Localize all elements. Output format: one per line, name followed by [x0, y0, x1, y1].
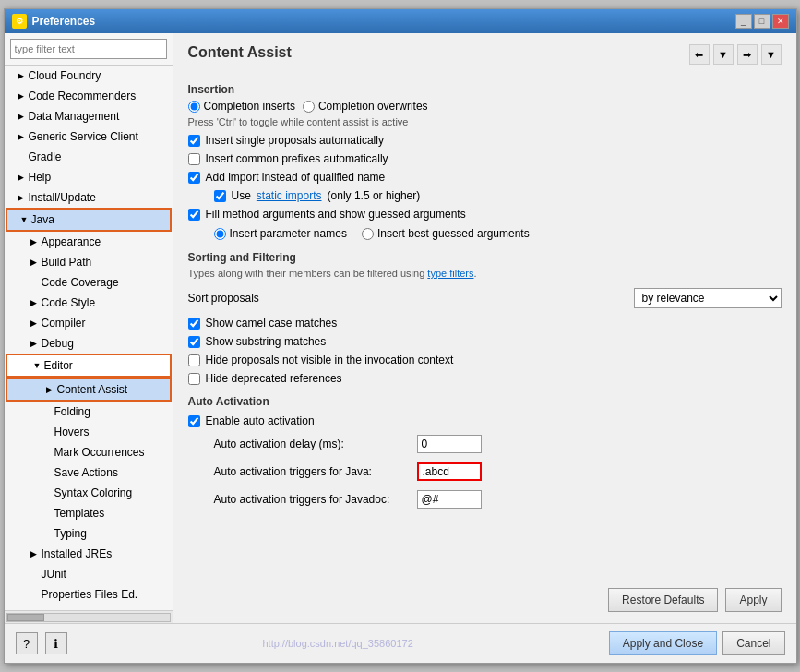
use-static-imports-checkbox[interactable]: [214, 190, 226, 202]
tree-item-cloud-foundry[interactable]: ▶ Cloud Foundry: [5, 66, 173, 86]
tree-item-hovers[interactable]: Hovers: [5, 422, 173, 442]
restore-defaults-button[interactable]: Restore Defaults: [608, 588, 718, 612]
tree-item-label: Properties Files Ed.: [42, 586, 138, 603]
tree-item-debug[interactable]: ▶ Debug: [5, 333, 173, 354]
inner-buttons: Restore Defaults Apply: [188, 588, 782, 612]
tree-item-gradle[interactable]: Gradle: [5, 147, 173, 167]
tree-item-label: Cloud Foundry: [29, 67, 101, 84]
back-nav-button[interactable]: ⬅: [689, 44, 710, 65]
insert-single-checkbox[interactable]: [188, 135, 200, 147]
delay-input[interactable]: [417, 435, 482, 453]
scb1-label: Show camel case matches: [206, 317, 338, 330]
insert-best-guessed-option[interactable]: Insert best guessed arguments: [362, 227, 530, 240]
enable-auto-activation-checkbox[interactable]: [188, 415, 200, 427]
type-filters-link[interactable]: type filters: [427, 268, 473, 279]
tree-item-save-actions[interactable]: Save Actions: [5, 462, 173, 483]
completion-inserts-radio[interactable]: [188, 101, 200, 113]
completion-overwrites-option[interactable]: Completion overwrites: [303, 100, 428, 113]
fill-method-args-checkbox[interactable]: [188, 209, 200, 221]
tree-item-code-style[interactable]: ▶ Code Style: [5, 293, 173, 313]
tree-item-label: Typing: [54, 525, 87, 542]
tree-item-editor[interactable]: ▼ Editor: [6, 354, 172, 378]
title-bar-left: ⚙ Preferences: [12, 14, 96, 29]
hide-deprecated-checkbox[interactable]: [188, 373, 200, 385]
completion-inserts-label: Completion inserts: [204, 100, 295, 113]
menu-nav-button[interactable]: ▼: [761, 44, 782, 65]
tree-item-syntax-coloring[interactable]: Syntax Coloring: [5, 483, 173, 503]
arrow-icon: ▶: [30, 335, 40, 352]
tree-item-compiler[interactable]: ▶ Compiler: [5, 313, 173, 333]
java-trigger-label: Auto activation triggers for Java:: [214, 465, 417, 478]
search-input[interactable]: [10, 39, 167, 59]
insert-param-names-option[interactable]: Insert parameter names: [214, 227, 347, 240]
tree-item-generic-service[interactable]: ▶ Generic Service Client: [5, 126, 173, 147]
maximize-button[interactable]: □: [754, 14, 770, 29]
completion-inserts-option[interactable]: Completion inserts: [188, 100, 295, 113]
cb3-label: Add import instead of qualified name: [206, 171, 386, 184]
tree-item-help[interactable]: ▶ Help: [5, 167, 173, 187]
insert-param-names-radio[interactable]: [214, 228, 226, 240]
apply-close-button[interactable]: Apply and Close: [609, 631, 717, 655]
tree-item-label: Gradle: [29, 149, 62, 165]
horizontal-scrollbar[interactable]: [5, 610, 173, 623]
scrollbar-thumb[interactable]: [7, 614, 44, 621]
javadoc-trigger-input[interactable]: [417, 490, 482, 509]
cb1-label: Insert single proposals automatically: [206, 134, 384, 147]
tree-item-label: Mark Occurrences: [54, 444, 145, 461]
forward-button[interactable]: ➡: [737, 44, 758, 65]
bottom-bar: ? ℹ http://blog.csdn.net/qq_35860172 App…: [5, 623, 796, 663]
tree-item-install-update[interactable]: ▶ Install/Update: [5, 187, 173, 208]
tree-item-label: Install/Update: [29, 189, 96, 206]
insert-best-guessed-radio[interactable]: [362, 228, 374, 240]
tree-item-junit[interactable]: JUnit: [5, 564, 173, 584]
scb1-row: Show camel case matches: [188, 317, 782, 330]
completion-overwrites-radio[interactable]: [303, 101, 315, 113]
tree-item-appearance[interactable]: ▶ Appearance: [5, 232, 173, 252]
add-import-checkbox[interactable]: [188, 172, 200, 184]
auto-activation-section-label: Auto Activation: [188, 395, 782, 408]
tree-item-installed-jres[interactable]: ▶ Installed JREs: [5, 544, 173, 564]
tree-item-code-coverage[interactable]: Code Coverage: [5, 272, 173, 293]
bottom-left-icons: ? ℹ: [16, 632, 67, 654]
tree-item-properties-files[interactable]: Properties Files Ed.: [5, 584, 173, 605]
apply-button[interactable]: Apply: [725, 588, 781, 612]
scb4-row: Hide deprecated references: [188, 372, 782, 385]
java-trigger-input[interactable]: [417, 462, 482, 481]
hide-not-visible-checkbox[interactable]: [188, 354, 200, 366]
bottom-right-buttons: Apply and Close Cancel: [609, 631, 785, 655]
tree-item-content-assist[interactable]: ▶ Content Assist: [6, 378, 172, 402]
insert-common-checkbox[interactable]: [188, 153, 200, 165]
camel-case-checkbox[interactable]: [188, 318, 200, 330]
tree-item-mark-occurrences[interactable]: Mark Occurrences: [5, 442, 173, 462]
scb3-label: Hide proposals not visible in the invoca…: [206, 354, 454, 366]
tree-item-folding[interactable]: Folding: [5, 402, 173, 422]
tree-item-code-recommenders[interactable]: ▶ Code Recommenders: [5, 86, 173, 106]
tree-item-label: Save Actions: [54, 464, 118, 481]
arrow-icon: ▶: [30, 254, 40, 270]
tree-item-data-management[interactable]: ▶ Data Management: [5, 106, 173, 126]
cb3-row: Add import instead of qualified name: [188, 171, 782, 184]
tree-item-typing[interactable]: Typing: [5, 523, 173, 544]
tree-item-label: Templates: [54, 505, 105, 522]
help-icon-button[interactable]: ?: [16, 632, 38, 654]
scb4-label: Hide deprecated references: [206, 372, 342, 385]
tree-item-templates[interactable]: Templates: [5, 503, 173, 523]
sorting-subtitle-text: Types along with their members can be fi…: [188, 268, 428, 279]
completion-radio-group: Completion inserts Completion overwrites: [188, 100, 782, 113]
substring-matches-checkbox[interactable]: [188, 336, 200, 348]
delay-row: Auto activation delay (ms):: [188, 435, 782, 453]
minimize-button[interactable]: _: [735, 14, 752, 29]
tree-item-java[interactable]: ▼ Java: [6, 208, 172, 232]
close-button[interactable]: ✕: [772, 14, 789, 29]
arrow-icon: ▶: [30, 234, 40, 250]
panel-header: Content Assist ⬅ ▼ ➡ ▼: [188, 44, 782, 65]
tree-item-build-path[interactable]: ▶ Build Path: [5, 252, 173, 272]
cb5-row: Fill method arguments and show guessed a…: [188, 208, 782, 221]
tree-item-label: Folding: [54, 403, 90, 420]
tree-item-label: Appearance: [42, 234, 101, 250]
cancel-button[interactable]: Cancel: [722, 631, 784, 655]
static-imports-link[interactable]: static imports: [257, 189, 322, 202]
forward-nav-button[interactable]: ▼: [713, 44, 734, 65]
info-icon-button[interactable]: ℹ: [45, 632, 67, 654]
sort-proposals-select[interactable]: by relevance alphabetically: [634, 288, 782, 308]
